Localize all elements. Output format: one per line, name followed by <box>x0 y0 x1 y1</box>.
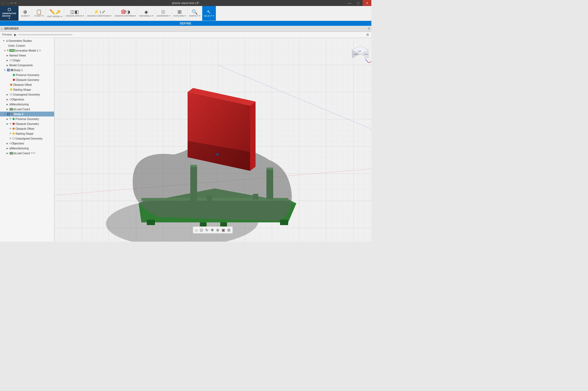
undo-button[interactable]: ↩ <box>10 1 13 5</box>
folder-icon: 🗂 <box>5 39 9 42</box>
tree-starting-shape-1[interactable]: Starting Shape <box>0 87 54 92</box>
home-view-icon[interactable]: ⌂ <box>195 227 198 233</box>
svg-rect-11 <box>200 222 207 226</box>
tree-preserve-1[interactable]: Preserve Geometry <box>0 72 54 77</box>
preserve-1-label: Preserve Geometry <box>16 74 39 77</box>
tree-obstacle-offset-1[interactable]: Obstacle Offset <box>0 82 54 87</box>
tree-objectives-2[interactable]: ▶ ⊙ Objectives <box>0 141 54 146</box>
design-space-tool[interactable]: ◫ ◧ DESIGN SPACE ▾ <box>64 6 86 21</box>
inspect-tool[interactable]: 🔍 INSPECT ▾ <box>188 6 202 21</box>
fit-view-icon[interactable]: ⊡ <box>199 227 204 233</box>
tree-generative-studies[interactable]: ▼ 🗂 Generative Studies <box>0 38 54 43</box>
s2-label: Study 2 <box>14 113 23 116</box>
toolbar: ⬡ GENERATIVEDESIGN ▾ ⊕ GUIDE ▾ 📋 STUDY ▾… <box>0 6 371 21</box>
obstacle-1-dot <box>13 79 15 81</box>
tree-obstacle-1[interactable]: Obstacle Geometry <box>0 77 54 82</box>
mfg1-icon: ⊞ <box>9 103 11 106</box>
tree-unassigned-1[interactable]: ▶ Unassigned Geometry <box>0 92 54 97</box>
tree-preserve-2[interactable]: ▶ 👁 Preserve Geometry <box>0 116 54 121</box>
mfg1-arrow: ▶ <box>7 103 9 106</box>
tree-units[interactable]: Units: Custom <box>0 43 54 48</box>
generate-tool[interactable]: ▶⃝ GENERATE ▾ <box>155 6 172 21</box>
lc2-settings[interactable]: ⚙ <box>33 152 35 154</box>
select-tool[interactable]: ↖ SELECT ▾ <box>202 6 216 21</box>
pan-view-icon[interactable]: ✥ <box>210 227 214 233</box>
tree-loadcase-2[interactable]: ▶ F5 ⊞ Load Case1 👁 ⚙ <box>0 151 54 156</box>
tree-study-1[interactable]: ▼ S Study 1 <box>0 68 54 72</box>
view-toolbar: ⌂ ⊡ ↻ ✥ ⊕ ▣ ⊞ <box>193 226 233 234</box>
manufacturing-2-label: Manufacturing <box>11 147 29 150</box>
materials-tool[interactable]: ◈ MATERIALS ▾ <box>138 6 155 21</box>
nv-arrow: ▶ <box>7 54 9 57</box>
display-icon[interactable]: ▣ <box>221 227 226 233</box>
forward-button[interactable]: → <box>6 1 9 5</box>
preview-play-button[interactable]: ▶ <box>14 33 17 37</box>
guide-icon: ⊕ <box>23 10 27 14</box>
viewport[interactable]: TOP FRONT RIGHT X Y ⌂ ⊡ ↻ ✥ ⊕ ▣ ⊞ <box>54 38 371 242</box>
unassigned-2-label: Unassigned Geometry <box>15 137 43 140</box>
starting-shape-2-dot <box>13 133 15 135</box>
back-button[interactable]: ← <box>2 1 5 5</box>
mc-arrow: ▶ <box>7 64 9 67</box>
tree-study-2[interactable]: ▼ S Study 2 <box>0 112 54 116</box>
lc2-icon: ⊞ <box>13 152 15 155</box>
starting-shape-1-dot <box>10 89 12 91</box>
redo-button[interactable]: ↪ <box>14 1 16 5</box>
design-conditions-label: DESIGN CONDITIONS ▾ <box>87 15 111 17</box>
unassigned-2-icon <box>12 137 15 140</box>
tree-loadcase-1[interactable]: ▶ F5 ⊞ Load Case1 <box>0 107 54 112</box>
grid-icon[interactable]: ⊞ <box>227 227 231 233</box>
titlebar: ← → ↩ ↪ phone stand test v3* — □ ✕ <box>0 0 371 6</box>
s1-icon <box>11 69 13 71</box>
materials-label: MATERIALS ▾ <box>139 15 153 17</box>
lc2-badge: F5 <box>10 152 13 154</box>
study-label: STUDY ▾ <box>34 15 43 17</box>
guide-tool[interactable]: ⊕ GUIDE ▾ <box>18 6 32 21</box>
generative-design-button[interactable]: ⬡ GENERATIVEDESIGN ▾ <box>0 6 18 21</box>
maximize-button[interactable]: □ <box>354 0 363 6</box>
oo2-eye: 👁 <box>9 127 12 130</box>
s1-label: Study 1 <box>14 69 23 72</box>
tree-objectives-1[interactable]: ▶ ⊙ Objectives <box>0 97 54 102</box>
define-tab: DEFINE <box>0 21 371 26</box>
edit-model-tool[interactable]: ✏️ 🔑 EDIT MODEL ▾ <box>46 6 64 21</box>
zoom-view-icon[interactable]: ⊕ <box>216 227 220 233</box>
study-tool[interactable]: 📋 STUDY ▾ <box>32 6 46 21</box>
svg-marker-21 <box>250 102 256 171</box>
tree-generative-model-1[interactable]: ▼ 👁 GM Generative Model 1 ⚙ <box>0 48 54 53</box>
tree-model-components[interactable]: ▶ Model Components <box>0 63 54 68</box>
p2-eye: 👁 <box>9 118 12 120</box>
svg-rect-9 <box>147 220 155 225</box>
tree-obstacle-offset-2[interactable]: 👁 Obstacle Offset <box>0 126 54 131</box>
tree-manufacturing-2[interactable]: ▶ ⊞ Manufacturing <box>0 146 54 151</box>
explore-tool[interactable]: ⊞ EXPLORE ▾ <box>172 6 188 21</box>
gm1-arrow: ▼ <box>4 49 7 52</box>
tree-manufacturing-1[interactable]: ▶ ⊞ Manufacturing <box>0 102 54 107</box>
close-button[interactable]: ✕ <box>363 0 371 6</box>
minimize-button[interactable]: — <box>345 0 354 6</box>
starting-shape-2-label: Starting Shape <box>15 132 33 135</box>
browser-settings-icon[interactable]: ⚙ <box>368 27 370 30</box>
preview-gear-icon[interactable]: ⚙ <box>366 33 369 37</box>
rotate-view-icon[interactable]: ↻ <box>205 227 209 233</box>
preview-slider[interactable] <box>18 34 73 35</box>
design-conditions-tool[interactable]: ⚡ ↕ ⤢ DESIGN CONDITIONS ▾ <box>86 6 113 21</box>
origin-icon <box>10 59 13 61</box>
preserve-1-dot <box>13 74 15 76</box>
tree-unassigned-2[interactable]: 👁 Unassigned Geometry <box>0 136 54 141</box>
browser-tree: ▼ 🗂 Generative Studies Units: Custom ▼ 👁… <box>0 38 54 242</box>
design-criteria-tool[interactable]: 🎯 ◑ DESIGN CRITERIA ▾ <box>113 6 138 21</box>
nv-label: Named Views <box>9 54 26 57</box>
browser-collapse-icon[interactable]: « <box>1 27 3 30</box>
sidebar: ▼ 🗂 Generative Studies Units: Custom ▼ 👁… <box>0 38 54 242</box>
preserve-2-dot <box>13 118 15 120</box>
generative-design-arrow: ▾ <box>9 17 10 20</box>
tree-origin[interactable]: ▶ Origin <box>0 58 54 63</box>
generate-label: GENERATE ▾ <box>157 15 170 17</box>
tree-named-views[interactable]: ▶ Named Views <box>0 53 54 58</box>
tree-obstacle-2[interactable]: ▶ 👁 Obstacle Geometry <box>0 121 54 126</box>
tree-starting-shape-2[interactable]: 👁 Starting Shape <box>0 131 54 136</box>
obstacle-1-label: Obstacle Geometry <box>16 78 39 81</box>
gm1-settings[interactable]: ⚙ <box>39 49 41 52</box>
lc1-arrow: ▶ <box>7 108 9 111</box>
